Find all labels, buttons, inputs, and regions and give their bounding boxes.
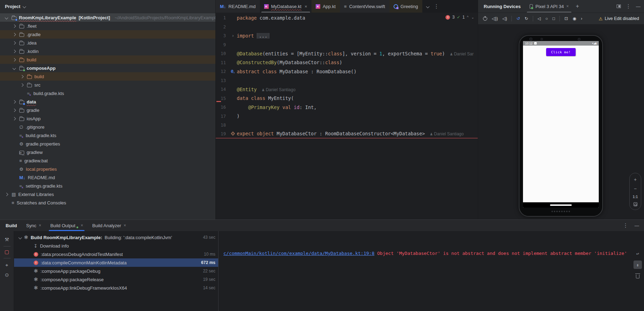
build-row--composeapp-packagedebug[interactable]: ✱:composeApp:packageDebug22 sec bbox=[14, 267, 218, 275]
fold-chevron-icon[interactable]: › bbox=[232, 33, 234, 38]
zoom-in-button[interactable]: + bbox=[634, 177, 637, 182]
tree-item-settings-gradle-kts[interactable]: ≈ksettings.gradle.kts bbox=[0, 182, 215, 190]
zoom-to-fit-button[interactable] bbox=[633, 202, 637, 206]
close-icon[interactable]: × bbox=[81, 223, 83, 228]
tree-item-scratches-and-consoles[interactable]: ≡Scratches and Consoles bbox=[0, 198, 215, 207]
inspect-eye-icon[interactable]: ⊙ bbox=[5, 272, 9, 278]
next-error-chevron-icon[interactable]: ⌄ bbox=[471, 15, 474, 19]
annotation-gutter-icon[interactable]: @↓ bbox=[231, 69, 235, 74]
tree-item-build[interactable]: build bbox=[0, 72, 215, 81]
expect-declaration-gutter-icon[interactable] bbox=[231, 132, 235, 136]
hide-panel-icon[interactable]: — bbox=[636, 4, 640, 9]
tree-chevron-icon[interactable] bbox=[11, 50, 17, 53]
inspections-widget[interactable]: ! 3 ✓ 1 ^ ⌄ bbox=[445, 15, 474, 20]
device-tab-pixel-3[interactable]: Pixel 3 API 34 × bbox=[526, 0, 572, 13]
tab-list-chevron-icon[interactable] bbox=[426, 5, 429, 8]
back-icon[interactable]: ◁ bbox=[538, 16, 541, 21]
editor-tab-mydatabase-kt[interactable]: KMyDatabase.kt× bbox=[260, 0, 311, 13]
build-row--data-processdebugandroidtestmanifest[interactable]: !:data:processDebugAndroidTestManifest10… bbox=[14, 250, 218, 258]
soft-wrap-icon[interactable]: ↩ bbox=[633, 249, 642, 258]
tree-item-src[interactable]: src bbox=[0, 81, 215, 89]
build-row--composeapp-packagerelease[interactable]: ✱:composeApp:packageRelease19 sec bbox=[14, 275, 218, 284]
build-row-download-info[interactable]: ↧Download info bbox=[14, 242, 218, 250]
close-icon[interactable]: × bbox=[123, 223, 126, 228]
home-icon[interactable]: ○ bbox=[545, 16, 548, 21]
tab-options-kebab-icon[interactable]: ⋮ bbox=[434, 3, 439, 9]
tree-item-gradlew[interactable]: >_gradlew bbox=[0, 148, 215, 156]
previous-error-chevron-icon[interactable]: ^ bbox=[467, 15, 469, 19]
more-chevron-icon[interactable]: › bbox=[581, 16, 582, 21]
tree-item--idea[interactable]: .idea bbox=[0, 39, 215, 47]
scroll-to-end-icon[interactable]: ⇟ bbox=[633, 261, 642, 269]
close-icon[interactable]: × bbox=[566, 4, 569, 9]
build-row-building-data-compilekotlinjvm-[interactable]: ✱Build RoomKmpLibraryExample: Building: … bbox=[14, 233, 218, 242]
tree-item--kotlin[interactable]: .kotlin bbox=[0, 47, 215, 55]
tree-chevron-icon[interactable] bbox=[11, 33, 17, 36]
record-icon[interactable]: ◉ bbox=[572, 16, 576, 21]
add-device-tab-button[interactable]: + bbox=[576, 3, 579, 9]
tree-item-gradle-properties[interactable]: ⚙gradle.properties bbox=[0, 140, 215, 148]
build-tab-sync[interactable]: Sync× bbox=[26, 220, 41, 231]
tree-chevron-icon[interactable] bbox=[19, 84, 25, 86]
panel-options-kebab-icon[interactable]: ⋮ bbox=[626, 3, 631, 9]
zoom-out-button[interactable]: − bbox=[634, 186, 637, 191]
hide-build-panel-icon[interactable]: — bbox=[635, 222, 639, 229]
rotate-left-icon[interactable]: ↺ bbox=[516, 16, 520, 21]
power-icon[interactable] bbox=[483, 16, 487, 21]
tree-item-readme-md[interactable]: M↓README.md bbox=[0, 173, 215, 182]
tree-item-data[interactable]: data bbox=[0, 97, 215, 106]
volume-down-icon[interactable]: ◁) bbox=[502, 16, 507, 21]
build-tab-build[interactable]: Build bbox=[6, 220, 17, 231]
project-panel-header[interactable]: Project bbox=[0, 0, 215, 13]
build-row--data-compilecommonmainkotlinmetadata[interactable]: !:data:compileCommonMainKotlinMetadata67… bbox=[14, 258, 218, 267]
tree-chevron-icon[interactable] bbox=[11, 67, 17, 69]
build-hammer-icon[interactable]: ⚒ bbox=[5, 237, 9, 242]
source-link[interactable]: c/commonMain/kotlin/com/example/data/MyD… bbox=[223, 251, 374, 256]
editor-tab-app-kt[interactable]: KApp.kt bbox=[311, 0, 340, 13]
device-screen[interactable]: 10:12 ▪ ▾◢▮ Click me! bbox=[523, 41, 599, 208]
chevron-down-icon[interactable] bbox=[19, 236, 22, 239]
editor-tab-readme-md[interactable]: M↓README.md bbox=[216, 0, 260, 13]
build-options-kebab-icon[interactable]: ⋮ bbox=[623, 222, 628, 229]
rotate-right-icon[interactable]: ↻ bbox=[525, 16, 528, 21]
tree-item-iosapp[interactable]: iosApp bbox=[0, 114, 215, 123]
build-row--composeapp-linkdebugframeworkiosx64[interactable]: ✱:composeApp:linkDebugFrameworkIosX6414 … bbox=[14, 284, 218, 292]
pixel-3-emulator-screen[interactable]: 10:12 ▪ ▾◢▮ Click me! bbox=[519, 35, 603, 217]
click-me-button[interactable]: Click me! bbox=[546, 48, 576, 56]
build-output-console[interactable]: c/commonMain/kotlin/com/example/data/MyD… bbox=[218, 231, 644, 311]
build-tab-build-output[interactable]: Build Output× bbox=[50, 220, 83, 231]
tree-chevron-icon[interactable] bbox=[11, 25, 17, 27]
layout-editor-icon[interactable] bbox=[617, 5, 621, 8]
tree-chevron-icon[interactable] bbox=[11, 109, 17, 111]
tree-item--gradle[interactable]: .gradle bbox=[0, 30, 215, 39]
tree-item-gradlew-bat[interactable]: ≡gradlew.bat bbox=[0, 156, 215, 165]
tree-item-build-gradle-kts[interactable]: ≈kbuild.gradle.kts bbox=[0, 89, 215, 97]
tree-item--gitignore[interactable]: ∅.gitignore bbox=[0, 123, 215, 131]
tree-item-composeapp[interactable]: composeApp bbox=[0, 64, 215, 72]
tree-chevron-icon[interactable] bbox=[11, 59, 17, 61]
tree-item-build[interactable]: build bbox=[0, 55, 215, 64]
tree-chevron-icon[interactable] bbox=[4, 16, 9, 19]
editor-tab-greeting[interactable]: Greeting bbox=[389, 0, 422, 13]
pin-icon[interactable]: ⌖ bbox=[6, 262, 8, 268]
gesture-pill[interactable] bbox=[550, 204, 572, 206]
tree-item-gradle[interactable]: gradle bbox=[0, 106, 215, 114]
zoom-reset-button[interactable]: 1:1 bbox=[633, 195, 638, 199]
tree-chevron-icon[interactable] bbox=[11, 42, 17, 44]
tree-item--fleet[interactable]: .fleet bbox=[0, 22, 215, 30]
tree-item-external-libraries[interactable]: ▤External Libraries bbox=[0, 190, 215, 198]
close-icon[interactable]: × bbox=[304, 4, 307, 9]
screenshot-icon[interactable]: ⊡ bbox=[564, 16, 568, 21]
tree-item-build-gradle-kts[interactable]: ≈kbuild.gradle.kts bbox=[0, 131, 215, 140]
build-tab-build-analyzer[interactable]: Build Analyzer× bbox=[92, 220, 126, 231]
tree-chevron-icon[interactable] bbox=[11, 117, 17, 120]
tree-chevron-icon[interactable] bbox=[19, 75, 25, 78]
tree-chevron-icon[interactable] bbox=[4, 193, 9, 196]
clear-console-trash-icon[interactable] bbox=[633, 272, 642, 280]
close-icon[interactable]: × bbox=[39, 223, 41, 228]
volume-up-icon[interactable]: ◁)) bbox=[492, 16, 498, 21]
tree-item-local-properties[interactable]: ⚙local.properties bbox=[0, 165, 215, 173]
overview-icon[interactable]: □ bbox=[552, 16, 555, 21]
editor-tab-contentview-swift[interactable]: ≡ContentView.swift bbox=[340, 0, 389, 13]
stop-build-icon[interactable] bbox=[5, 250, 9, 254]
